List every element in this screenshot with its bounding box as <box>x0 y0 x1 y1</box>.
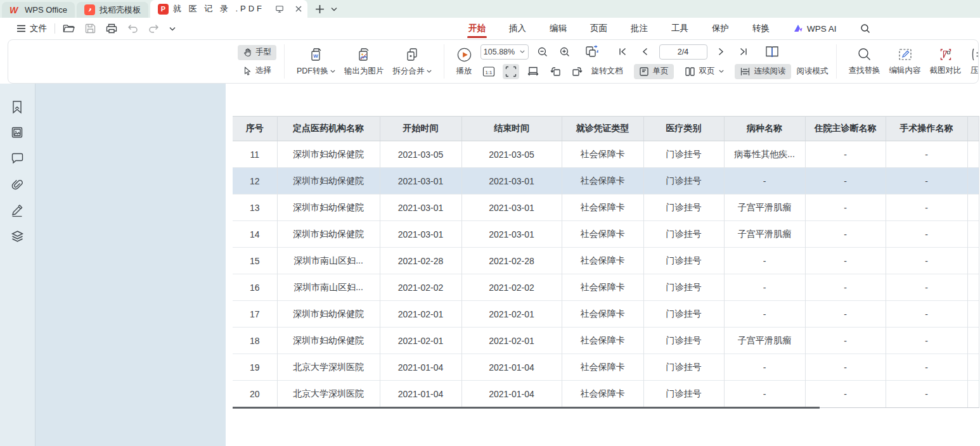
table-row: 15深圳市南山区妇...2021-02-282021-02-28社会保障卡门诊挂… <box>233 248 979 274</box>
table-cell: 深圳市妇幼保健院 <box>277 328 380 354</box>
next-page-button[interactable] <box>713 44 730 60</box>
edit-content-button[interactable]: 编辑内容 <box>885 47 925 76</box>
menu-tab-tools[interactable]: 工具 <box>670 18 690 39</box>
layers-icon[interactable] <box>11 230 25 244</box>
screenshot-compare-button[interactable]: 截图对比 <box>925 47 966 76</box>
find-replace-label: 查找替换 <box>849 65 880 76</box>
prev-page-button[interactable] <box>637 44 654 60</box>
table-cell: - <box>805 194 886 221</box>
thumbnails-icon[interactable] <box>11 126 25 140</box>
table-cell: 2021-01-04 <box>461 354 562 381</box>
chevron-down-icon <box>520 50 525 53</box>
fit-width-button[interactable] <box>525 64 541 79</box>
tab-wps-home[interactable]: W WPS Office <box>2 2 75 18</box>
navigation-panel[interactable] <box>35 84 226 446</box>
column-header: 医疗类别 <box>643 117 724 141</box>
tab-monitor-icon[interactable] <box>275 5 284 13</box>
menu-search-icon[interactable] <box>859 18 872 39</box>
wps-ai-label: WPS AI <box>807 24 837 34</box>
table-cell: - <box>886 328 967 354</box>
table-cell: 深圳市妇幼保健院 <box>277 221 380 248</box>
divider <box>444 44 444 79</box>
zoom-out-button[interactable] <box>534 44 551 60</box>
comment-icon[interactable] <box>11 152 25 166</box>
read-mode-label[interactable]: 阅读模式 <box>797 66 828 77</box>
signature-icon[interactable] <box>11 204 25 218</box>
table-cell: 2021-01-04 <box>380 354 461 381</box>
split-merge-button[interactable]: 拆分合并 <box>389 46 436 77</box>
table-cell: 深圳市妇幼保健院 <box>277 301 380 328</box>
pdf-convert-button[interactable]: W PDF转换 <box>292 46 340 77</box>
new-tab-button[interactable] <box>315 4 325 14</box>
table-cell: 11 <box>233 141 277 168</box>
chevron-down-icon <box>427 70 432 73</box>
export-image-button[interactable]: 输出为图片 <box>340 46 389 77</box>
double-page-label: 双页 <box>699 66 715 77</box>
compress-button[interactable]: 压缩 <box>966 47 979 76</box>
tab-document-pdf[interactable]: P 就 医 记 录 .PDF <box>150 0 307 18</box>
bookmark-icon[interactable] <box>11 100 25 114</box>
table-cell: 深圳市南山区妇... <box>277 248 380 274</box>
table-cell: 2021-02-01 <box>380 301 461 328</box>
quick-access-chevron-icon[interactable] <box>169 27 176 31</box>
tab-close-icon[interactable] <box>295 5 302 13</box>
continuous-read-button[interactable]: 连续阅读 <box>735 64 791 79</box>
menu-tab-convert[interactable]: 转换 <box>751 18 771 39</box>
chevron-down-icon <box>719 70 724 73</box>
redo-icon[interactable] <box>148 24 159 33</box>
table-cell: 社会保障卡 <box>562 354 643 381</box>
table-bottom-border-light <box>820 407 979 408</box>
attachment-icon[interactable] <box>11 178 25 192</box>
table-cell: - <box>886 168 967 194</box>
table-cell: 社会保障卡 <box>562 194 643 221</box>
table-cell: 2021-01-04 <box>380 381 461 407</box>
hand-tool-button[interactable]: 手型 <box>238 45 276 60</box>
docer-logo-icon <box>84 4 95 15</box>
rotate-right-button[interactable] <box>569 64 586 79</box>
column-header <box>967 117 979 141</box>
undo-icon[interactable] <box>127 24 138 33</box>
select-tool-button[interactable]: 选择 <box>238 63 276 79</box>
file-menu-button[interactable]: 文件 <box>16 23 47 34</box>
single-page-button[interactable]: 单页 <box>634 64 674 79</box>
find-replace-button[interactable]: 查找替换 <box>844 47 885 76</box>
tab-list-chevron-icon[interactable] <box>331 7 337 11</box>
page-indicator-input[interactable] <box>659 44 707 60</box>
rotate-document-label[interactable]: 旋转文档 <box>591 66 623 77</box>
menu-tab-edit[interactable]: 编辑 <box>548 18 568 39</box>
last-page-button[interactable] <box>735 44 752 60</box>
page-number-field[interactable] <box>669 48 697 56</box>
first-page-button[interactable] <box>615 44 631 60</box>
table-header-row: 序号定点医药机构名称开始时间结束时间就诊凭证类型医疗类别病种名称住院主诊断名称手… <box>233 117 979 141</box>
pdf-convert-label: PDF转换 <box>297 66 328 77</box>
play-label: 播放 <box>456 66 472 77</box>
pdf-page[interactable]: 序号定点医药机构名称开始时间结束时间就诊凭证类型医疗类别病种名称住院主诊断名称手… <box>226 84 980 446</box>
play-button[interactable]: 播放 <box>452 47 477 77</box>
actual-size-button[interactable]: 1:1 <box>480 64 497 79</box>
menu-tab-home[interactable]: 开始 <box>467 18 487 39</box>
table-cell: - <box>724 274 805 301</box>
menu-tab-insert[interactable]: 插入 <box>508 18 527 39</box>
tab-label: WPS Office <box>25 5 67 15</box>
save-icon[interactable] <box>85 23 96 34</box>
table-cell: 病毒性其他疾... <box>724 141 805 168</box>
print-icon[interactable] <box>106 23 117 34</box>
table-cell: 深圳市妇幼保健院 <box>277 168 380 194</box>
double-page-button[interactable]: 双页 <box>680 64 729 79</box>
zoom-level-select[interactable]: 105.88% <box>480 44 529 60</box>
rotate-left-button[interactable] <box>547 64 564 79</box>
cursor-icon <box>243 66 252 75</box>
menu-tab-wps-ai[interactable]: WPS AI <box>792 18 838 39</box>
fit-page-button[interactable] <box>503 64 519 79</box>
table-cell: 门诊挂号 <box>643 381 724 407</box>
menu-tab-comment[interactable]: 批注 <box>629 18 649 39</box>
zoom-in-button[interactable] <box>557 44 573 60</box>
tab-docer-templates[interactable]: 找稻壳模板 <box>77 2 148 18</box>
table-cell: 15 <box>233 248 277 274</box>
column-header: 住院主诊断名称 <box>805 117 886 141</box>
menu-tab-page[interactable]: 页面 <box>589 18 609 39</box>
open-folder-icon[interactable] <box>63 23 75 34</box>
menu-tab-protect[interactable]: 保护 <box>711 18 730 39</box>
table-cell: 门诊挂号 <box>643 248 724 274</box>
ribbon-tabs: 开始 插入 编辑 页面 批注 工具 保护 转换 WPS AI <box>467 18 872 39</box>
